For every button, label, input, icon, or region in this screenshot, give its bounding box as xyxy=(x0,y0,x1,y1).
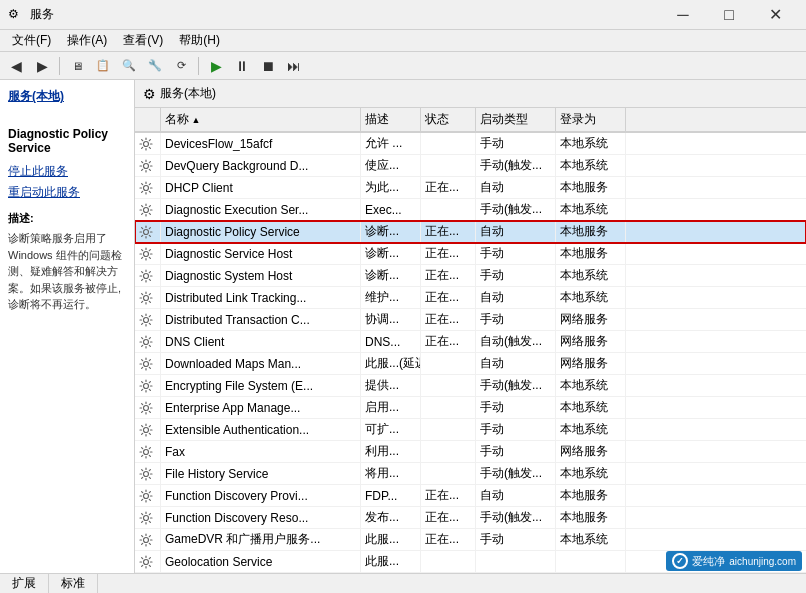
row-startup: 手动(触发... xyxy=(476,375,556,396)
right-panel-header: ⚙ 服务(本地) xyxy=(135,80,806,108)
title-text: 服务 xyxy=(30,6,660,23)
main-container: 服务(本地) Diagnostic Policy Service 停止此服务 重… xyxy=(0,80,806,573)
table-row[interactable]: Enterprise App Manage...启用...手动本地系统 xyxy=(135,397,806,419)
row-startup xyxy=(476,551,556,572)
service-name-left: Diagnostic Policy Service xyxy=(8,127,126,155)
toolbar-btn-5[interactable]: ⟳ xyxy=(169,55,193,77)
row-icon xyxy=(135,243,161,264)
tab-standard[interactable]: 标准 xyxy=(49,574,98,593)
table-row[interactable]: DevQuery Background D...使应...手动(触发...本地系… xyxy=(135,155,806,177)
row-logon xyxy=(556,551,626,572)
watermark-icon: ✓ xyxy=(672,553,688,569)
menu-help[interactable]: 帮助(H) xyxy=(171,30,228,51)
row-logon: 本地系统 xyxy=(556,397,626,418)
row-desc: 将用... xyxy=(361,463,421,484)
table-row[interactable]: Function Discovery Reso...发布...正在...手动(触… xyxy=(135,507,806,529)
row-name: Enterprise App Manage... xyxy=(161,397,361,418)
svg-point-0 xyxy=(144,141,149,146)
row-status: 正在... xyxy=(421,485,476,506)
row-icon xyxy=(135,551,161,572)
table-row[interactable]: DevicesFlow_15afcf允许 ...手动本地系统 xyxy=(135,133,806,155)
menu-action[interactable]: 操作(A) xyxy=(59,30,115,51)
col-icon[interactable] xyxy=(135,108,161,131)
restart-button[interactable]: ⏭ xyxy=(282,55,306,77)
toolbar-btn-3[interactable]: 🔍 xyxy=(117,55,141,77)
table-row[interactable]: Encrypting File System (E...提供...手动(触发..… xyxy=(135,375,806,397)
table-row[interactable]: File History Service将用...手动(触发...本地系统 xyxy=(135,463,806,485)
table-row[interactable]: Diagnostic System Host诊断...正在...手动本地系统 xyxy=(135,265,806,287)
toolbar-btn-1[interactable]: 🖥 xyxy=(65,55,89,77)
row-status: 正在... xyxy=(421,331,476,352)
svg-point-19 xyxy=(144,559,149,564)
row-icon xyxy=(135,133,161,154)
play-button[interactable]: ▶ xyxy=(204,55,228,77)
svg-point-7 xyxy=(144,295,149,300)
table-row[interactable]: Extensible Authentication...可扩...手动本地系统 xyxy=(135,419,806,441)
svg-point-14 xyxy=(144,449,149,454)
stop-button[interactable]: ⏹ xyxy=(256,55,280,77)
svg-point-8 xyxy=(144,317,149,322)
table-row[interactable]: Diagnostic Policy Service诊断...正在...自动本地服… xyxy=(135,221,806,243)
desc-label: 描述: xyxy=(8,211,126,226)
table-row[interactable]: Function Discovery Provi...FDP...正在...自动… xyxy=(135,485,806,507)
tab-extended[interactable]: 扩展 xyxy=(0,574,49,593)
row-desc: 协调... xyxy=(361,309,421,330)
stop-service-link[interactable]: 停止此服务 xyxy=(8,163,126,180)
forward-button[interactable]: ▶ xyxy=(30,55,54,77)
pause-button[interactable]: ⏸ xyxy=(230,55,254,77)
table-row[interactable]: Diagnostic Execution Ser...Exec...手动(触发.… xyxy=(135,199,806,221)
service-table[interactable]: 名称 描述 状态 启动类型 登录为 DevicesFlow_15afcf允许 .… xyxy=(135,108,806,573)
row-icon xyxy=(135,353,161,374)
row-desc: 此服... xyxy=(361,551,421,572)
col-status[interactable]: 状态 xyxy=(421,108,476,131)
row-name: File History Service xyxy=(161,463,361,484)
row-desc: Exec... xyxy=(361,199,421,220)
svg-point-5 xyxy=(144,251,149,256)
maximize-button[interactable]: □ xyxy=(706,0,752,30)
window-controls: ─ □ ✕ xyxy=(660,0,798,30)
row-desc: 诊断... xyxy=(361,221,421,242)
close-button[interactable]: ✕ xyxy=(752,0,798,30)
row-name: Fax xyxy=(161,441,361,462)
row-logon: 本地服务 xyxy=(556,507,626,528)
table-row[interactable]: DHCP Client为此...正在...自动本地服务 xyxy=(135,177,806,199)
table-row[interactable]: DNS ClientDNS...正在...自动(触发...网络服务 xyxy=(135,331,806,353)
table-row[interactable]: GameDVR 和广播用户服务...此服...正在...手动本地系统 xyxy=(135,529,806,551)
table-row[interactable]: Fax利用...手动网络服务 xyxy=(135,441,806,463)
row-logon: 本地系统 xyxy=(556,419,626,440)
row-desc: 可扩... xyxy=(361,419,421,440)
desc-text: 诊断策略服务启用了 Windows 组件的问题检测、疑难解答和解决方案。如果该服… xyxy=(8,230,126,313)
row-desc: 启用... xyxy=(361,397,421,418)
svg-point-10 xyxy=(144,361,149,366)
app-icon: ⚙ xyxy=(8,7,24,23)
menu-view[interactable]: 查看(V) xyxy=(115,30,171,51)
toolbar-btn-4[interactable]: 🔧 xyxy=(143,55,167,77)
row-startup: 手动 xyxy=(476,243,556,264)
row-status xyxy=(421,375,476,396)
table-row[interactable]: Distributed Link Tracking...维护...正在...自动… xyxy=(135,287,806,309)
table-row[interactable]: Diagnostic Service Host诊断...正在...手动本地服务 xyxy=(135,243,806,265)
left-panel-header[interactable]: 服务(本地) xyxy=(8,88,126,105)
back-button[interactable]: ◀ xyxy=(4,55,28,77)
col-desc[interactable]: 描述 xyxy=(361,108,421,131)
row-icon xyxy=(135,309,161,330)
minimize-button[interactable]: ─ xyxy=(660,0,706,30)
table-row[interactable]: Distributed Transaction C...协调...正在...手动… xyxy=(135,309,806,331)
menu-file[interactable]: 文件(F) xyxy=(4,30,59,51)
toolbar-separator-2 xyxy=(198,57,199,75)
col-name[interactable]: 名称 xyxy=(161,108,361,131)
row-logon: 网络服务 xyxy=(556,353,626,374)
row-startup: 手动 xyxy=(476,265,556,286)
row-icon xyxy=(135,221,161,242)
toolbar-btn-2[interactable]: 📋 xyxy=(91,55,115,77)
row-name: Diagnostic System Host xyxy=(161,265,361,286)
table-row[interactable]: Downloaded Maps Man...此服...(延迟...自动网络服务 xyxy=(135,353,806,375)
row-logon: 本地系统 xyxy=(556,265,626,286)
row-desc: DNS... xyxy=(361,331,421,352)
restart-service-link[interactable]: 重启动此服务 xyxy=(8,184,126,201)
svg-point-15 xyxy=(144,471,149,476)
col-logon[interactable]: 登录为 xyxy=(556,108,626,131)
row-name: DevQuery Background D... xyxy=(161,155,361,176)
col-startup[interactable]: 启动类型 xyxy=(476,108,556,131)
svg-point-13 xyxy=(144,427,149,432)
